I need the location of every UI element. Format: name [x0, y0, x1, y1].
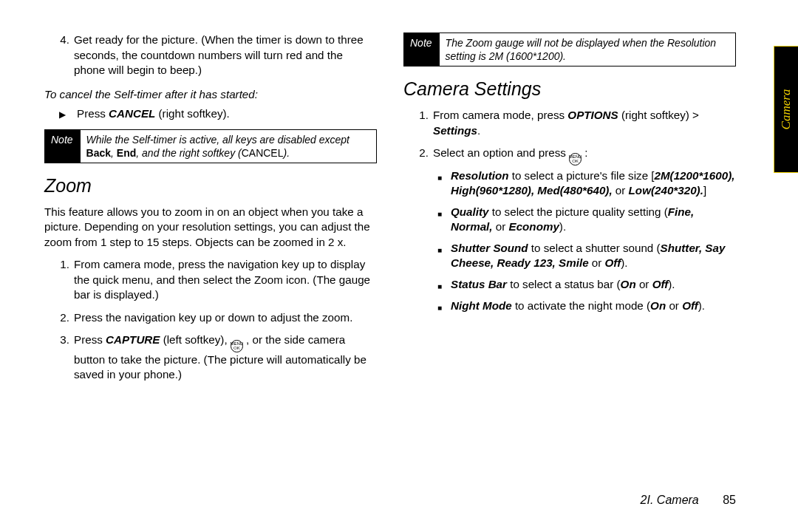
- cancel-step-text: Press CANCEL (right softkey).: [77, 106, 230, 122]
- text: to activate the night mode (: [512, 299, 650, 312]
- key-name: CANCEL: [109, 107, 155, 120]
- step-text: Get ready for the picture. (When the tim…: [74, 33, 377, 78]
- text: While the Self-timer is active, all keys…: [86, 134, 349, 146]
- note-text: While the Self-timer is active, all keys…: [81, 130, 376, 163]
- text: ).: [559, 220, 566, 233]
- key-name: End: [117, 147, 136, 159]
- zoom-step-1: 1. From camera mode, press the navigatio…: [44, 257, 377, 303]
- zoom-paragraph: This feature allows you to zoom in on an…: [44, 205, 377, 250]
- text: ).: [621, 256, 627, 269]
- option-name: Night Mode: [451, 299, 512, 312]
- note-box: Note The Zoom gauge will not be displaye…: [403, 33, 736, 66]
- text: .: [477, 124, 480, 137]
- text: (left softkey),: [160, 333, 230, 346]
- cancel-step: Press CANCEL (right softkey).: [59, 106, 377, 122]
- option-name: Status Bar: [451, 278, 507, 290]
- key-name: Settings: [433, 124, 477, 137]
- list-number: 4.: [44, 33, 74, 78]
- option-resolution: Resolution to select a picture's file si…: [437, 168, 736, 199]
- text: or: [636, 278, 652, 290]
- option-value: Low(240*320).: [629, 184, 703, 197]
- step-text: From camera mode, press OPTIONS (right s…: [433, 108, 736, 138]
- section-tab-label: Camera: [779, 89, 794, 130]
- manual-page: 4. Get ready for the picture. (When the …: [0, 0, 798, 532]
- option-value: Off: [652, 278, 669, 290]
- text: or: [666, 299, 682, 312]
- text: Press: [74, 333, 106, 346]
- camera-settings-heading: Camera Settings: [403, 77, 736, 102]
- option-name: Quality: [451, 205, 488, 218]
- option-status-bar: Status Bar to select a status bar (On or…: [437, 277, 736, 293]
- option-name: Resolution: [451, 169, 508, 182]
- option-value: Off: [682, 299, 698, 312]
- cancel-self-timer-heading: To cancel the Self-timer after it has st…: [44, 87, 377, 103]
- list-number: 1.: [403, 108, 433, 138]
- menu-ok-icon: MENUOK: [231, 340, 243, 352]
- text: ]: [703, 184, 706, 197]
- option-text: Quality to select the picture quality se…: [451, 205, 736, 235]
- text: Press: [77, 107, 109, 120]
- section-tab: Camera: [774, 46, 798, 173]
- option-value: Off: [605, 256, 621, 269]
- option-name: Shutter Sound: [451, 242, 528, 254]
- option-value: On: [621, 278, 636, 290]
- option-text: Shutter Sound to select a shutter sound …: [451, 241, 736, 271]
- list-number: 2.: [44, 310, 74, 326]
- list-number: 3.: [44, 332, 74, 383]
- option-quality: Quality to select the picture quality se…: [437, 205, 736, 235]
- square-bullet-icon: [437, 241, 448, 271]
- step-text: Press the navigation key up or down to a…: [74, 310, 377, 326]
- option-night-mode: Night Mode to activate the night mode (O…: [437, 299, 736, 314]
- key-name: Back: [86, 147, 111, 159]
- text: to select a picture's file size [: [508, 169, 654, 182]
- text: , and the right softkey (: [136, 147, 241, 159]
- text: :: [582, 146, 587, 159]
- left-column: 4. Get ready for the picture. (When the …: [44, 33, 377, 499]
- zoom-step-2: 2. Press the navigation key up or down t…: [44, 310, 377, 326]
- settings-step-1: 1. From camera mode, press OPTIONS (righ…: [403, 108, 736, 138]
- right-column: Note The Zoom gauge will not be displaye…: [403, 33, 736, 499]
- text: to select the picture quality setting (: [488, 205, 667, 218]
- text: ).: [668, 278, 675, 290]
- note-label: Note: [45, 130, 81, 163]
- timer-step-4: 4. Get ready for the picture. (When the …: [44, 33, 377, 78]
- page-footer: 2I. Camera 85: [641, 494, 736, 507]
- text: ).: [283, 147, 290, 159]
- key-name: CAPTURE: [106, 333, 160, 346]
- note-box: Note While the Self-timer is active, all…: [44, 129, 377, 163]
- square-bullet-icon: [437, 277, 448, 293]
- text: to select a status bar (: [507, 278, 621, 290]
- zoom-heading: Zoom: [44, 174, 377, 199]
- option-value: On: [650, 299, 666, 312]
- option-text: Night Mode to activate the night mode (O…: [451, 299, 705, 314]
- option-text: Status Bar to select a status bar (On or…: [451, 277, 675, 293]
- text: to select a shutter sound (: [528, 242, 661, 254]
- option-text: Resolution to select a picture's file si…: [451, 168, 736, 199]
- page-number: 85: [723, 494, 736, 506]
- settings-step-2: 2. Select an option and press MENUOK : R…: [403, 146, 736, 320]
- note-label: Note: [404, 33, 440, 66]
- zoom-step-3: 3. Press CAPTURE (left softkey), MENUOK …: [44, 332, 377, 383]
- text: From camera mode, press: [433, 109, 567, 121]
- menu-ok-icon: MENUOK: [569, 153, 582, 166]
- text: Select an option and press: [433, 146, 569, 159]
- text: (right softkey).: [155, 107, 229, 120]
- triangle-bullet-icon: [59, 106, 69, 122]
- chapter-label: 2I. Camera: [641, 494, 699, 506]
- text: ).: [698, 299, 705, 312]
- step-text: Select an option and press MENUOK : Reso…: [433, 146, 736, 320]
- key-name: OPTIONS: [567, 109, 618, 121]
- option-shutter-sound: Shutter Sound to select a shutter sound …: [437, 241, 736, 271]
- text: or: [613, 184, 629, 197]
- list-number: 1.: [44, 257, 74, 303]
- key-name: CANCEL: [242, 147, 284, 159]
- text: or: [493, 220, 509, 233]
- square-bullet-icon: [437, 205, 448, 235]
- square-bullet-icon: [437, 168, 448, 199]
- text: or: [589, 256, 605, 269]
- step-text: From camera mode, press the navigation k…: [74, 257, 377, 303]
- step-text: Press CAPTURE (left softkey), MENUOK , o…: [74, 332, 377, 383]
- text: (right softkey) >: [618, 109, 699, 121]
- note-text: The Zoom gauge will not be displayed whe…: [440, 33, 735, 66]
- square-bullet-icon: [437, 299, 448, 314]
